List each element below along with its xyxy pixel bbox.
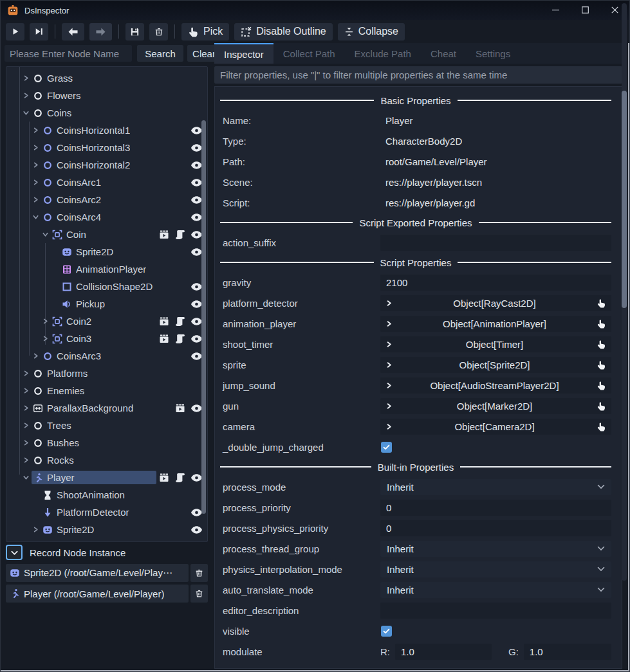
expand-arrow-icon[interactable] (385, 300, 393, 307)
dropdown-physics-interpolation-mode[interactable]: Inherit (380, 561, 611, 577)
pick-hand-icon[interactable] (597, 319, 606, 329)
tree-item-animationplayer[interactable]: AnimationPlayer (6, 260, 207, 278)
visibility-eye-icon[interactable] (191, 161, 202, 169)
visibility-eye-icon[interactable] (191, 127, 202, 134)
expand-arrow-icon[interactable] (32, 352, 40, 359)
tree-item-sprite2d[interactable]: Sprite2D (6, 243, 207, 260)
expand-arrow-icon[interactable] (385, 361, 393, 368)
maximize-button[interactable] (570, 1, 600, 20)
tree-item-pickup[interactable]: Pickup (6, 295, 207, 313)
dropdown-auto-translate-mode[interactable]: Inherit (380, 582, 611, 598)
tree-item-sprite2d[interactable]: Sprite2D (6, 521, 207, 538)
pick-hand-icon[interactable] (597, 360, 606, 370)
object-reference-sprite[interactable]: Object[Sprite2D] (380, 357, 611, 373)
tree-item-collisionshape2d[interactable]: CollisionShape2D (6, 278, 207, 295)
forward-button[interactable] (89, 23, 112, 41)
collapse-arrow-icon[interactable] (22, 474, 30, 481)
tree-item-platformdetector[interactable]: PlatformDetector (6, 504, 207, 521)
tree-item-coinsarc4[interactable]: CoinsArc4 (6, 208, 207, 226)
visibility-eye-icon[interactable] (191, 404, 202, 412)
expand-arrow-icon[interactable] (22, 439, 30, 446)
tree-item-platforms[interactable]: Platforms (6, 365, 207, 382)
expand-arrow-icon[interactable] (32, 144, 40, 151)
delete-button[interactable] (149, 23, 168, 41)
expand-arrow-icon[interactable] (32, 196, 40, 203)
visibility-eye-icon[interactable] (191, 179, 202, 186)
expand-arrow-icon[interactable] (32, 179, 40, 186)
record-item-sprite2d[interactable]: Sprite2D (/root/Game/Level/Play⋯ (6, 564, 208, 582)
visibility-eye-icon[interactable] (191, 352, 202, 360)
tree-scrollbar[interactable] (201, 120, 206, 514)
expand-arrow-icon[interactable] (22, 404, 30, 412)
save-button[interactable] (125, 23, 144, 41)
property-input-editor-description[interactable] (380, 603, 611, 619)
tree-item-flowers[interactable]: Flowers (6, 87, 207, 104)
property-input-process-priority[interactable] (380, 500, 611, 516)
visibility-eye-icon[interactable] (191, 283, 202, 291)
color-channel-input[interactable] (395, 644, 492, 660)
dropdown-process-thread-group[interactable]: Inherit (380, 541, 611, 557)
tree-item-coinshorizontal2[interactable]: CoinsHorizontal2 (6, 156, 207, 174)
visibility-eye-icon[interactable] (191, 213, 202, 221)
minimize-button[interactable] (541, 1, 570, 20)
tree-item-coins[interactable]: Coins (6, 104, 207, 122)
expand-arrow-icon[interactable] (32, 161, 40, 168)
pick-hand-icon[interactable] (597, 422, 606, 431)
pick-hand-icon[interactable] (597, 401, 606, 411)
tab-collect-path[interactable]: Collect Path (273, 43, 345, 64)
filter-properties-input[interactable] (214, 66, 622, 84)
pick-hand-icon[interactable] (597, 381, 606, 390)
back-button[interactable] (62, 23, 84, 41)
tab-cheat[interactable]: Cheat (421, 43, 466, 64)
pick-hand-icon[interactable] (597, 298, 606, 308)
property-input-action-suffix[interactable] (380, 235, 611, 251)
tree-item-coinsarc2[interactable]: CoinsArc2 (6, 191, 207, 208)
tree-item-player[interactable]: Player (6, 469, 207, 486)
visibility-eye-icon[interactable] (191, 300, 202, 308)
record-item-label-box[interactable]: Sprite2D (/root/Game/Level/Play⋯ (6, 564, 189, 582)
tree-item-coin2[interactable]: Coin2 (6, 313, 207, 330)
play-button[interactable] (6, 23, 24, 41)
expand-arrow-icon[interactable] (385, 403, 393, 410)
expand-arrow-icon[interactable] (385, 382, 393, 389)
tree-item-bushes[interactable]: Bushes (6, 434, 207, 451)
record-item-delete-button[interactable] (190, 564, 208, 582)
checkbox-double-jump-charged[interactable] (381, 442, 392, 453)
node-name-input[interactable] (5, 45, 132, 62)
visibility-eye-icon[interactable] (191, 144, 202, 152)
collapse-arrow-icon[interactable] (22, 109, 30, 116)
visibility-eye-icon[interactable] (191, 318, 202, 325)
visibility-eye-icon[interactable] (191, 335, 202, 343)
collapse-button[interactable]: Collapse (338, 23, 405, 41)
tab-settings[interactable]: Settings (466, 43, 520, 64)
tab-exclude-path[interactable]: Exclude Path (345, 43, 421, 64)
record-item-label-box[interactable]: Player (/root/Game/Level/Player) (6, 585, 189, 603)
object-reference-platform-detector[interactable]: Object[RayCast2D] (380, 295, 611, 311)
expand-arrow-icon[interactable] (32, 127, 40, 134)
tree-item-parallaxbackground[interactable]: ParallaxBackground (6, 399, 207, 417)
pick-button[interactable]: Pick (181, 23, 229, 41)
expand-arrow-icon[interactable] (22, 370, 30, 377)
expand-arrow-icon[interactable] (22, 92, 30, 99)
collapse-arrow-icon[interactable] (32, 213, 40, 221)
object-reference-shoot-timer[interactable]: Object[Timer] (380, 336, 611, 352)
pick-hand-icon[interactable] (597, 340, 606, 349)
expand-arrow-icon[interactable] (385, 341, 393, 348)
tree-item-coinsarc1[interactable]: CoinsArc1 (6, 174, 207, 191)
expand-arrow-icon[interactable] (41, 335, 50, 342)
object-reference-gun[interactable]: Object[Marker2D] (380, 398, 611, 414)
expand-arrow-icon[interactable] (22, 75, 30, 82)
property-input-process-physics-priority[interactable] (380, 520, 611, 536)
tree-item-enemies[interactable]: Enemies (6, 382, 207, 399)
record-item-delete-button[interactable] (190, 585, 208, 603)
step-button[interactable] (30, 23, 48, 41)
visibility-eye-icon[interactable] (191, 248, 202, 256)
record-toggle-button[interactable] (6, 545, 23, 560)
property-input-gravity[interactable] (380, 275, 611, 291)
expand-arrow-icon[interactable] (22, 457, 30, 464)
tree-item-coin[interactable]: Coin (6, 226, 207, 243)
expand-arrow-icon[interactable] (41, 318, 50, 325)
inspector-scrollbar[interactable] (622, 91, 627, 308)
disable-outline-button[interactable]: Disable Outline (234, 23, 333, 41)
tree-item-coin3[interactable]: Coin3 (6, 330, 207, 347)
